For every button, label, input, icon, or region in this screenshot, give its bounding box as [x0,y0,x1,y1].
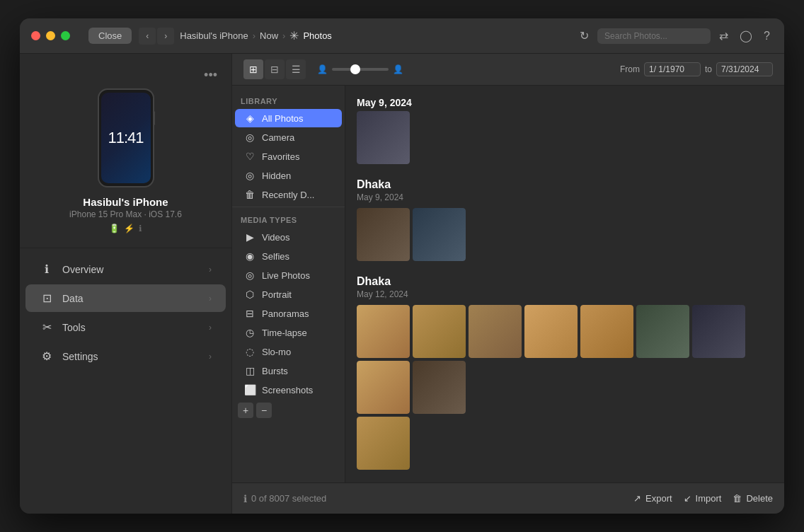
photo-thumb[interactable] [636,305,689,358]
transfer-button[interactable]: ⇄ [716,28,731,44]
sidebar-item-screenshots[interactable]: ⬜ Screenshots [235,381,342,399]
sidebar-item-favorites[interactable]: ♡ Favorites [235,147,342,166]
sidebar-item-overview[interactable]: ℹ Overview › [25,255,226,283]
photos-icon: ✳ [289,29,299,42]
photo-thumb[interactable] [524,305,578,358]
maximize-traffic-light[interactable] [61,31,70,40]
photo-row-dhaka2 [357,305,773,414]
remove-album-button[interactable]: − [256,403,272,418]
device-panel: ••• 11:41 Hasibul's iPhone iPhone 15 Pro… [20,54,232,514]
photo-row-dhaka2-second [357,417,773,470]
photo-image [524,305,578,358]
photo-thumb[interactable] [413,361,466,414]
photo-image [580,305,633,358]
import-button[interactable]: ↙ Import [684,493,722,504]
location-group-dhaka-may12: Dhaka May 12, 2024 [357,275,773,470]
forward-arrow[interactable]: › [157,28,174,45]
sidebar-item-slo-mo[interactable]: ◌ Slo-mo [235,342,342,361]
search-input[interactable] [597,28,711,44]
overview-label: Overview [62,264,209,275]
location-header-dhaka2: Dhaka [357,275,773,288]
photo-thumb[interactable] [692,305,745,358]
sidebar-item-tools[interactable]: ✂ Tools › [25,313,226,341]
photo-image [636,305,689,358]
export-icon: ↗ [633,493,641,504]
sidebar-item-camera[interactable]: ◎ Camera [235,128,342,146]
photo-thumb[interactable] [580,305,633,358]
favorites-label: Favorites [262,151,333,162]
import-icon: ↙ [684,493,691,504]
sidebar-item-recently-deleted[interactable]: 🗑 Recently D... [235,185,342,204]
photo-row-may9 [357,111,773,164]
minimize-traffic-light[interactable] [46,31,55,40]
sidebar-item-bursts[interactable]: ◫ Bursts [235,362,342,380]
right-panel: ⊞ ⊟ ☰ 👤 👤 From to [232,54,784,514]
refresh-button[interactable]: ↻ [577,28,592,44]
camera-label: Camera [262,132,333,143]
battery-icon: 🔋 [109,224,120,233]
sidebar-item-videos[interactable]: ▶ Videos [235,228,342,246]
overview-chevron: › [209,265,212,274]
delete-icon: 🗑 [733,493,742,504]
info-icon: ℹ [139,224,142,233]
sidebar-item-data[interactable]: ⊡ Data › [25,284,226,312]
photo-image [413,361,466,414]
back-arrow[interactable]: ‹ [139,28,156,45]
close-traffic-light[interactable] [31,31,40,40]
videos-label: Videos [262,232,333,243]
date-from-input[interactable] [644,62,701,76]
sidebar-item-live-photos[interactable]: ◎ Live Photos [235,266,342,284]
photo-thumb[interactable] [469,305,522,358]
export-button[interactable]: ↗ Export [633,493,672,504]
sidebar-item-panoramas[interactable]: ⊟ Panoramas [235,304,342,323]
library-section-label: Library [232,91,345,108]
sidebar-item-all-photos[interactable]: ◈ All Photos [235,109,342,127]
breadcrumb-device[interactable]: Hasibul's iPhone [180,30,248,41]
data-label: Data [62,293,209,304]
camera-icon: ◎ [243,132,256,143]
device-more-button[interactable]: ••• [204,68,217,83]
account-button[interactable]: ◯ [737,28,755,44]
close-button[interactable]: Close [88,28,132,44]
sidebar-item-selfies[interactable]: ◉ Selfies [235,247,342,265]
phone-time: 11:41 [108,129,143,147]
sidebar-item-portrait[interactable]: ⬡ Portrait [235,285,342,303]
bursts-icon: ◫ [243,365,256,376]
data-chevron: › [209,294,212,303]
photo-thumb[interactable] [413,208,466,261]
delete-button[interactable]: 🗑 Delete [733,493,773,504]
photo-thumb[interactable] [357,208,410,261]
sidebar-item-time-lapse[interactable]: ◷ Time-lapse [235,323,342,342]
phone-side-button [153,111,155,125]
device-name: Hasibul's iPhone [83,196,168,208]
date-from-label: From [620,64,640,74]
list-view-button[interactable]: ☰ [286,59,306,79]
breadcrumb-middle[interactable]: Now [260,30,278,41]
sidebar-item-hidden[interactable]: ◎ Hidden [235,166,342,185]
bursts-label: Bursts [262,366,333,376]
date-filter: From to [620,62,773,76]
phone-screen: 11:41 [101,93,151,183]
sidebar-item-settings[interactable]: ⚙ Settings › [25,342,226,370]
location-date-dhaka1: May 9, 2024 [357,192,773,202]
help-button[interactable]: ? [761,28,773,44]
grid-view-button[interactable]: ⊞ [243,59,263,79]
delete-label: Delete [746,493,773,504]
location-date-dhaka2: May 12, 2024 [357,289,773,299]
location-group-dhaka-may9: Dhaka May 9, 2024 [357,178,773,261]
photo-image [692,305,745,358]
add-album-button[interactable]: + [238,403,253,418]
settings-icon: ⚙ [40,349,54,363]
info-circle-icon: ℹ [243,493,247,504]
date-to-input[interactable] [716,62,773,76]
photo-thumb[interactable] [357,417,410,470]
photo-thumb[interactable] [357,305,410,358]
live-photos-icon: ◎ [243,270,256,281]
view-buttons: ⊞ ⊟ ☰ [243,59,306,79]
photo-thumb[interactable] [357,111,410,164]
zoom-slider[interactable] [332,68,389,71]
grid2-view-button[interactable]: ⊟ [265,59,285,79]
selection-text: 0 of 8007 selected [251,493,326,504]
photo-thumb[interactable] [357,361,410,414]
photo-thumb[interactable] [413,305,466,358]
